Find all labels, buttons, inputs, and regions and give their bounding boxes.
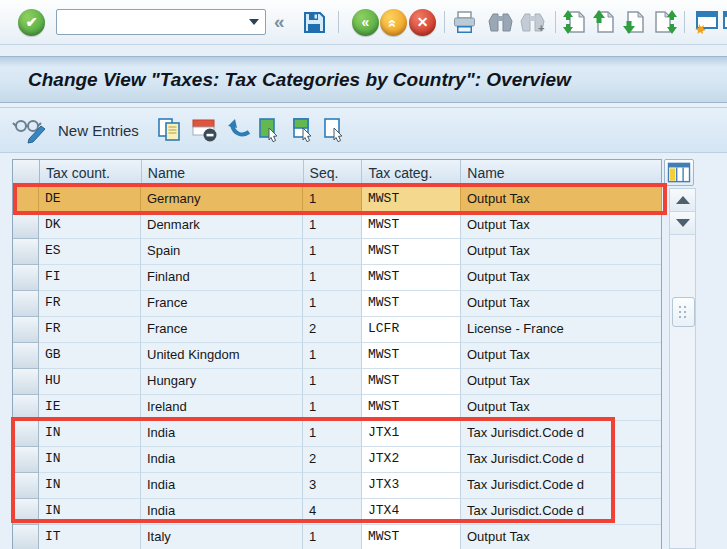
cancel-button[interactable]: ✕ bbox=[409, 8, 436, 36]
print-icon bbox=[452, 10, 478, 35]
header-category-name[interactable]: Name bbox=[461, 160, 661, 186]
cell-tax-country: FI bbox=[39, 265, 141, 291]
cell-sequence: 1 bbox=[303, 343, 362, 369]
cell-tax-category[interactable]: JTX4 bbox=[362, 499, 461, 525]
table-row: HUHungary1MWSTOutput Tax bbox=[13, 369, 661, 395]
cell-tax-category[interactable]: MWST bbox=[362, 213, 461, 239]
cell-sequence: 1 bbox=[303, 525, 362, 549]
cell-tax-country: FR bbox=[39, 317, 141, 343]
cell-tax-country: IN bbox=[39, 447, 141, 473]
enter-button[interactable]: ✔ bbox=[18, 8, 45, 36]
clipped-toolbar-button[interactable] bbox=[722, 8, 727, 36]
print-button[interactable] bbox=[452, 8, 478, 36]
row-selector[interactable] bbox=[13, 395, 39, 421]
cell-category-name: Output Tax bbox=[461, 395, 661, 421]
row-selector[interactable] bbox=[13, 421, 39, 447]
header-sequence[interactable]: Seq. bbox=[304, 160, 363, 186]
cell-tax-country: GB bbox=[39, 343, 141, 369]
cell-country-name: India bbox=[141, 499, 303, 525]
header-country-name[interactable]: Name bbox=[142, 160, 304, 186]
cell-tax-category[interactable]: MWST bbox=[362, 343, 461, 369]
table-row: DKDenmark1MWSTOutput Tax bbox=[13, 213, 661, 239]
cell-category-name: Tax Jurisdict.Code d bbox=[461, 421, 661, 447]
cell-tax-category[interactable]: JTX3 bbox=[362, 473, 461, 499]
cell-tax-category[interactable]: MWST bbox=[362, 239, 461, 265]
row-selector[interactable] bbox=[13, 473, 39, 499]
cancel-icon: ✕ bbox=[409, 9, 436, 36]
page-up-icon bbox=[592, 9, 617, 35]
cell-tax-category[interactable]: JTX2 bbox=[362, 447, 461, 473]
select-all-rows-header[interactable] bbox=[13, 160, 40, 186]
table-row: INIndia2JTX2Tax Jurisdict.Code d bbox=[13, 447, 661, 473]
table-settings-button[interactable] bbox=[664, 159, 694, 186]
cell-tax-category[interactable]: MWST bbox=[362, 525, 461, 549]
cell-category-name: Output Tax bbox=[461, 239, 661, 265]
scrollbar-thumb[interactable] bbox=[672, 297, 695, 327]
find-next-icon: + bbox=[519, 11, 546, 34]
exit-button[interactable]: « bbox=[380, 8, 407, 36]
cell-tax-category[interactable]: JTX1 bbox=[362, 421, 461, 447]
first-page-icon bbox=[562, 9, 587, 35]
vertical-scrollbar[interactable] bbox=[669, 188, 696, 549]
table-row: GBUnited Kingdom1MWSTOutput Tax bbox=[13, 343, 661, 369]
save-button[interactable] bbox=[302, 8, 326, 36]
cell-sequence: 1 bbox=[303, 187, 362, 213]
collapse-toolbar-button[interactable]: « bbox=[274, 8, 285, 36]
cell-sequence: 1 bbox=[303, 265, 362, 291]
toolbar-separator bbox=[444, 11, 445, 33]
table-row: FIFinland1MWSTOutput Tax bbox=[13, 265, 661, 291]
page-up-button[interactable] bbox=[592, 8, 617, 36]
row-selector[interactable] bbox=[13, 369, 39, 395]
cell-tax-country: DK bbox=[39, 213, 141, 239]
row-selector[interactable] bbox=[13, 291, 39, 317]
row-selector[interactable] bbox=[13, 447, 39, 473]
select-all-icon bbox=[257, 117, 283, 144]
cell-category-name: Tax Jurisdict.Code d bbox=[461, 447, 661, 473]
page-down-button[interactable] bbox=[622, 8, 647, 36]
scroll-down-button[interactable] bbox=[670, 212, 695, 235]
cell-category-name: Tax Jurisdict.Code d bbox=[461, 499, 661, 525]
svg-text:+: + bbox=[538, 22, 544, 34]
scroll-up-button[interactable] bbox=[670, 189, 695, 212]
cell-tax-category[interactable]: MWST bbox=[362, 369, 461, 395]
row-selector[interactable] bbox=[13, 265, 39, 291]
command-dropdown-button[interactable] bbox=[243, 10, 265, 34]
header-tax-country[interactable]: Tax count. bbox=[40, 160, 142, 186]
row-selector[interactable] bbox=[13, 525, 39, 549]
table-row: ITItaly1MWSTOutput Tax bbox=[13, 525, 661, 549]
display-change-toggle-button[interactable] bbox=[12, 116, 48, 144]
row-selector[interactable] bbox=[13, 499, 39, 525]
new-session-button[interactable] bbox=[692, 8, 719, 36]
new-entries-button[interactable]: New Entries bbox=[54, 118, 143, 142]
cell-tax-category[interactable]: LCFR bbox=[362, 317, 461, 343]
select-all-button[interactable] bbox=[257, 116, 283, 144]
row-selector[interactable] bbox=[13, 239, 39, 265]
find-button[interactable] bbox=[487, 8, 514, 36]
cell-tax-country: IE bbox=[39, 395, 141, 421]
delete-line-button[interactable] bbox=[191, 116, 218, 144]
select-block-button[interactable] bbox=[291, 116, 317, 144]
row-selector[interactable] bbox=[13, 213, 39, 239]
copy-entries-button[interactable] bbox=[156, 116, 183, 144]
row-selector[interactable] bbox=[13, 343, 39, 369]
cell-country-name: Germany bbox=[141, 187, 303, 213]
row-selector[interactable] bbox=[13, 187, 39, 213]
first-page-button[interactable] bbox=[562, 8, 587, 36]
find-next-button[interactable]: + bbox=[519, 8, 546, 36]
undo-button[interactable] bbox=[226, 116, 252, 144]
cell-tax-category[interactable]: MWST bbox=[362, 265, 461, 291]
cell-tax-country: IN bbox=[39, 473, 141, 499]
cell-tax-category[interactable]: MWST bbox=[362, 291, 461, 317]
cell-tax-category[interactable]: MWST bbox=[362, 187, 461, 213]
title-bar: Change View "Taxes: Tax Categories by Co… bbox=[0, 56, 727, 103]
last-page-button[interactable] bbox=[652, 8, 677, 36]
row-selector[interactable] bbox=[13, 317, 39, 343]
triangle-up-icon bbox=[676, 196, 690, 204]
command-field[interactable] bbox=[57, 10, 243, 34]
sap-gui-window: ✔ « « « ✕ bbox=[0, 0, 727, 549]
header-tax-category[interactable]: Tax categ. bbox=[362, 160, 461, 186]
deselect-all-button[interactable] bbox=[322, 116, 348, 144]
cell-tax-country: FR bbox=[39, 291, 141, 317]
cell-tax-category[interactable]: MWST bbox=[362, 395, 461, 421]
back-button[interactable]: « bbox=[352, 8, 379, 36]
